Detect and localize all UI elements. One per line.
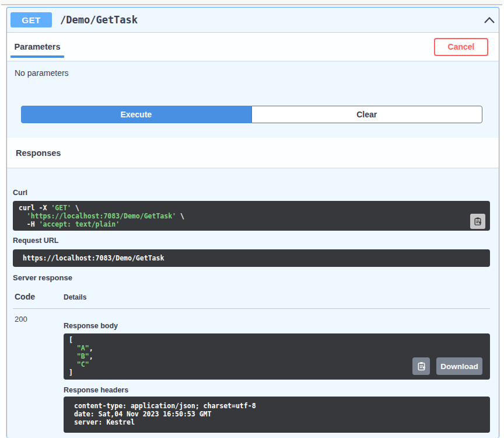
curl-text: curl -X [19, 204, 51, 212]
clear-button[interactable]: Clear [251, 106, 483, 123]
response-headers-block: content-type: application/json; charset=… [64, 397, 490, 433]
copy-response-button[interactable] [412, 357, 430, 375]
code-column-header: Code [13, 292, 64, 301]
curl-string: 'GET' [51, 204, 71, 212]
header-line: content-type: application/json; charset=… [74, 402, 484, 410]
cancel-button[interactable]: Cancel [434, 38, 488, 56]
curl-string: 'https://localhost:7083/Demo/GetTask' [27, 212, 176, 220]
response-details: Response body [ "A", "B", "C" ] [64, 315, 490, 433]
body-line: "A", [69, 344, 485, 352]
curl-line: 'https://localhost:7083/Demo/GetTask' \ [19, 212, 484, 220]
page-top-strip [0, 0, 504, 4]
server-response-label: Server response [13, 273, 490, 282]
download-button[interactable]: Download [436, 357, 482, 375]
tab-parameters-label: Parameters [15, 42, 61, 51]
details-column-header: Details [64, 292, 86, 301]
response-body-label: Response body [64, 322, 490, 330]
body-string: "A" [77, 344, 89, 352]
responses-title: Responses [16, 148, 61, 158]
curl-command-block: curl -X 'GET' \ 'https://localhost:7083/… [13, 201, 490, 231]
endpoint-summary[interactable]: GET /Demo/GetTask [7, 8, 499, 33]
response-body-block: [ "A", "B", "C" ] [64, 333, 490, 380]
responses-content: Curl curl -X 'GET' \ 'https://localhost:… [13, 189, 490, 433]
tab-parameters[interactable]: Parameters [10, 33, 64, 61]
body-text [69, 352, 77, 360]
curl-text: -H [19, 220, 39, 228]
curl-text: \ [176, 212, 184, 220]
clipboard-icon [417, 361, 426, 371]
parameters-header: Parameters Cancel [7, 33, 499, 61]
curl-text: \ [71, 204, 79, 212]
body-text: [ [69, 336, 73, 344]
method-badge: GET [10, 12, 52, 27]
header-line: date: Sat,04 Nov 2023 16:50:53 GMT [74, 410, 484, 418]
response-body-actions: Download [412, 357, 482, 375]
curl-string: 'accept: text/plain' [39, 220, 120, 228]
execute-button[interactable]: Execute [21, 106, 251, 123]
copy-curl-button[interactable] [470, 214, 485, 229]
curl-line: curl -X 'GET' \ [19, 204, 484, 212]
tab-active-underline [10, 55, 64, 58]
header-line: server: Kestrel [74, 418, 484, 426]
response-status-code: 200 [13, 315, 64, 433]
response-headers-label: Response headers [64, 386, 490, 394]
section-divider [1, 4, 502, 5]
curl-text [19, 212, 27, 220]
chevron-up-icon [484, 16, 495, 24]
request-url-value: https://localhost:7083/Demo/GetTask [23, 254, 484, 262]
request-url-label: Request URL [13, 237, 490, 245]
curl-label: Curl [13, 189, 490, 197]
request-url-block: https://localhost:7083/Demo/GetTask [13, 249, 490, 267]
table-header-divider [13, 308, 490, 309]
response-row: 200 Response body [ "A", "B", "C" ] [13, 315, 490, 433]
body-string: "B" [77, 352, 89, 360]
clipboard-icon [474, 217, 482, 226]
opblock-get-demo-gettask: GET /Demo/GetTask Parameters Cancel No p… [6, 7, 499, 438]
body-string: "C" [77, 360, 89, 369]
body-text: , [89, 352, 93, 360]
curl-line: -H 'accept: text/plain' [19, 220, 484, 228]
endpoint-path: /Demo/GetTask [60, 14, 138, 26]
body-text: , [89, 344, 93, 352]
body-text: ] [69, 369, 73, 377]
body-text [69, 344, 77, 352]
no-parameters-text: No parameters [15, 68, 499, 78]
body-line: [ [69, 336, 485, 344]
responses-header: Responses [7, 138, 499, 168]
response-table-header: Code Details [13, 292, 490, 301]
execute-wrapper: Execute Clear [21, 106, 482, 123]
collapse-button[interactable] [484, 16, 495, 24]
body-text [69, 360, 77, 369]
